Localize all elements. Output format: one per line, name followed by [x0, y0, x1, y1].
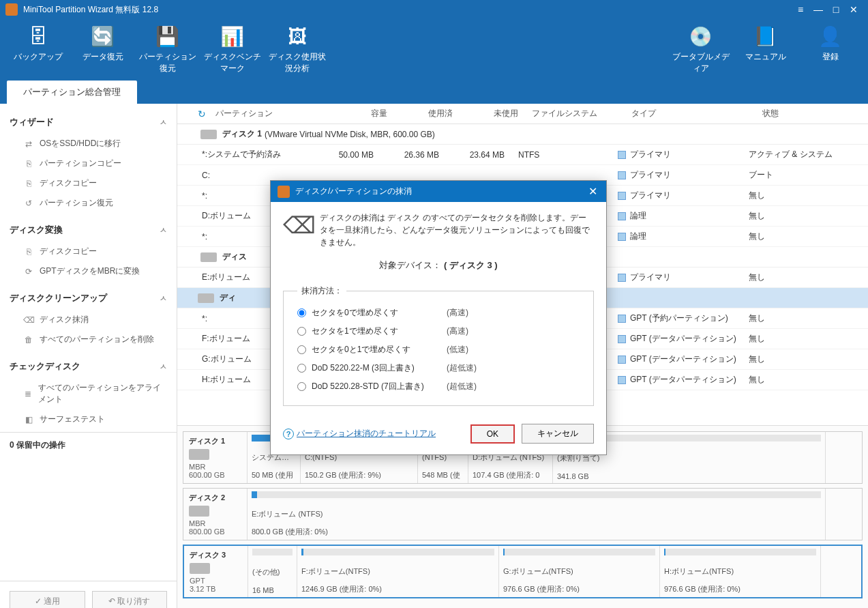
- target-device: 対象デバイス： ( ディスク 3 ): [283, 259, 594, 272]
- radio-input[interactable]: [297, 345, 306, 354]
- dialog-close-icon[interactable]: ✕: [586, 185, 599, 198]
- radio-input[interactable]: [297, 364, 306, 373]
- help-icon: ?: [283, 429, 294, 439]
- tutorial-link[interactable]: ? パーティション抹消のチュートリアル: [283, 428, 436, 439]
- radio-input[interactable]: [297, 308, 306, 317]
- method-label: DoD 5220.28-STD (7回上書き): [312, 381, 441, 392]
- dialog-title: ディスク/パーティションの抹消: [295, 186, 412, 197]
- method-label: DoD 5220.22-M (3回上書き): [312, 362, 441, 374]
- wipe-method-option[interactable]: セクタを0で埋め尽くす (高速): [297, 304, 580, 322]
- wipe-method-group: 抹消方法： セクタを0で埋め尽くす (高速) セクタを1で埋め尽くす (高速) …: [283, 285, 594, 406]
- wipe-method-option[interactable]: DoD 5220.28-STD (7回上書き) (超低速): [297, 377, 580, 396]
- dialog-titlebar: ディスク/パーティションの抹消 ✕: [271, 181, 606, 202]
- eraser-icon: ⌫: [283, 212, 310, 239]
- app-window: MiniTool Partition Wizard 無料版 12.8 ≡ — □…: [0, 0, 868, 608]
- method-label: セクタを0で埋め尽くす: [312, 307, 441, 319]
- method-label: セクタを1で埋め尽くす: [312, 325, 441, 337]
- method-speed: (超低速): [447, 381, 477, 392]
- radio-input[interactable]: [297, 382, 306, 391]
- wipe-method-legend: 抹消方法：: [297, 285, 346, 297]
- cancel-button[interactable]: キャンセル: [522, 424, 594, 444]
- dialog-logo-icon: [278, 186, 290, 198]
- ok-button[interactable]: OK: [470, 424, 515, 444]
- radio-input[interactable]: [297, 327, 306, 336]
- dialog-description: ディスクの抹消は ディスク のすべてのデータセクタを削除します。データを一旦抹消…: [320, 212, 594, 248]
- method-speed: (高速): [447, 307, 468, 319]
- method-speed: (高速): [447, 325, 468, 337]
- wipe-method-option[interactable]: セクタを1で埋め尽くす (高速): [297, 322, 580, 341]
- wipe-method-option[interactable]: セクタを0と1で埋め尽くす (低速): [297, 341, 580, 359]
- method-label: セクタを0と1で埋め尽くす: [312, 344, 441, 356]
- method-speed: (超低速): [447, 362, 477, 374]
- method-speed: (低速): [447, 344, 468, 356]
- wipe-dialog: ディスク/パーティションの抹消 ✕ ⌫ ディスクの抹消は ディスク のすべてのデ…: [270, 180, 607, 455]
- dialog-overlay: ディスク/パーティションの抹消 ✕ ⌫ ディスクの抹消は ディスク のすべてのデ…: [0, 0, 868, 608]
- wipe-method-option[interactable]: DoD 5220.22-M (3回上書き) (超低速): [297, 359, 580, 377]
